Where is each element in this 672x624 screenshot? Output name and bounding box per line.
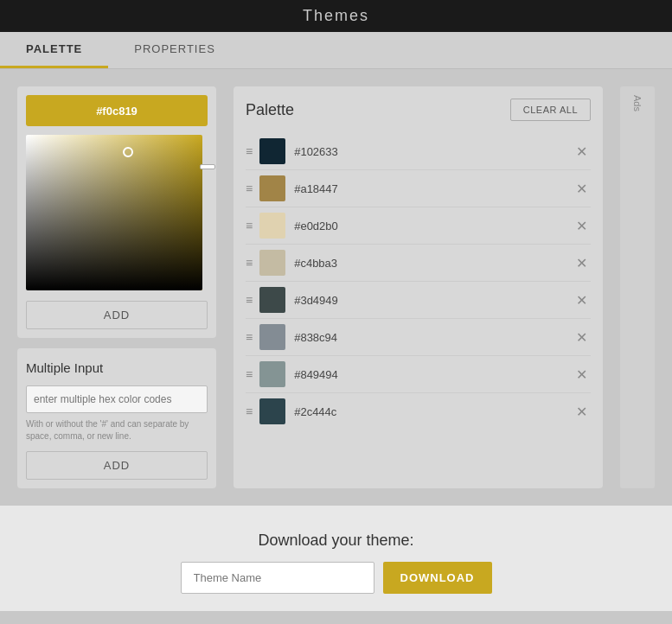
gradient-dark [26, 135, 202, 290]
theme-name-input[interactable] [181, 562, 374, 594]
drag-handle-icon[interactable]: ≡ [246, 330, 253, 344]
add-color-button[interactable]: ADD [26, 301, 208, 329]
drag-handle-icon[interactable]: ≡ [246, 144, 253, 158]
palette-item: ≡ #102633 ✕ [246, 133, 591, 170]
color-hex-label: #849494 [294, 368, 573, 381]
color-swatch [259, 250, 285, 276]
palette-item: ≡ #3d4949 ✕ [246, 282, 591, 319]
remove-color-button[interactable]: ✕ [573, 328, 591, 347]
color-swatch [259, 138, 285, 164]
drag-handle-icon[interactable]: ≡ [246, 256, 253, 270]
drag-handle-icon[interactable]: ≡ [246, 367, 253, 381]
color-hex-label: #c4bba3 [294, 257, 573, 270]
color-gradient-area[interactable] [26, 135, 202, 290]
drag-handle-icon[interactable]: ≡ [246, 293, 253, 307]
ads-label: Ads [632, 95, 643, 111]
drag-handle-icon[interactable]: ≡ [246, 219, 253, 232]
multiple-input-box: Multiple Input With or without the '#' a… [17, 348, 216, 488]
multiple-add-button[interactable]: ADD [26, 451, 208, 480]
drag-handle-icon[interactable]: ≡ [246, 404, 253, 418]
multiple-input-title: Multiple Input [26, 360, 208, 375]
palette-panel: Palette CLEAR ALL ≡ #102633 ✕ ≡ #a18447 … [234, 86, 603, 488]
palette-item: ≡ #838c94 ✕ [246, 319, 591, 356]
download-section: Download your theme: DOWNLOAD [0, 506, 672, 611]
ads-panel: Ads [620, 86, 655, 488]
palette-item: ≡ #c4bba3 ✕ [246, 245, 591, 282]
palette-list: ≡ #102633 ✕ ≡ #a18447 ✕ ≡ #e0d2b0 ✕ ≡ #c… [246, 133, 591, 430]
drag-handle-icon[interactable]: ≡ [246, 181, 253, 195]
tab-palette[interactable]: PALETTE [0, 32, 108, 68]
app-title: Themes [303, 7, 369, 24]
remove-color-button[interactable]: ✕ [573, 216, 591, 236]
color-swatch [259, 213, 285, 239]
color-hex-label: #838c94 [294, 331, 573, 344]
palette-item: ≡ #849494 ✕ [246, 356, 591, 393]
tabs-bar: PALETTE PROPERTIES [0, 32, 672, 69]
remove-color-button[interactable]: ✕ [573, 179, 591, 199]
left-panel: #f0c819 ADD Multiple Input With or witho… [17, 86, 216, 488]
hue-thumb [200, 164, 215, 169]
download-row: DOWNLOAD [181, 562, 492, 594]
header: Themes [0, 0, 672, 32]
palette-item: ≡ #e0d2b0 ✕ [246, 207, 591, 245]
color-swatch [259, 175, 285, 201]
clear-all-button[interactable]: CLEAR ALL [510, 99, 591, 121]
color-swatch [259, 324, 285, 350]
color-swatch [259, 398, 285, 424]
palette-item: ≡ #2c444c ✕ [246, 393, 591, 430]
palette-header: Palette CLEAR ALL [246, 99, 591, 121]
remove-color-button[interactable]: ✕ [573, 402, 591, 422]
color-hex-label: #2c444c [294, 405, 573, 418]
color-picker-box: #f0c819 ADD [17, 86, 216, 338]
color-hex-label: #e0d2b0 [294, 220, 573, 232]
multiple-input-field[interactable] [26, 385, 208, 413]
remove-color-button[interactable]: ✕ [573, 253, 591, 273]
color-swatch [259, 287, 285, 313]
helper-text: With or without the '#' and can separate… [26, 418, 208, 443]
download-button[interactable]: DOWNLOAD [383, 562, 492, 594]
color-hex-label: #a18447 [294, 182, 573, 195]
color-preview-bar: #f0c819 [26, 95, 208, 126]
color-hex-label: #102633 [294, 145, 573, 158]
remove-color-button[interactable]: ✕ [573, 365, 591, 385]
color-cursor [123, 147, 133, 157]
hex-value: #f0c819 [96, 105, 138, 118]
color-hex-label: #3d4949 [294, 294, 573, 307]
download-title: Download your theme: [258, 532, 413, 550]
remove-color-button[interactable]: ✕ [573, 290, 591, 310]
remove-color-button[interactable]: ✕ [573, 142, 591, 162]
tab-properties[interactable]: PROPERTIES [108, 32, 241, 68]
palette-item: ≡ #a18447 ✕ [246, 170, 591, 207]
palette-title: Palette [246, 101, 294, 119]
color-swatch [259, 361, 285, 387]
